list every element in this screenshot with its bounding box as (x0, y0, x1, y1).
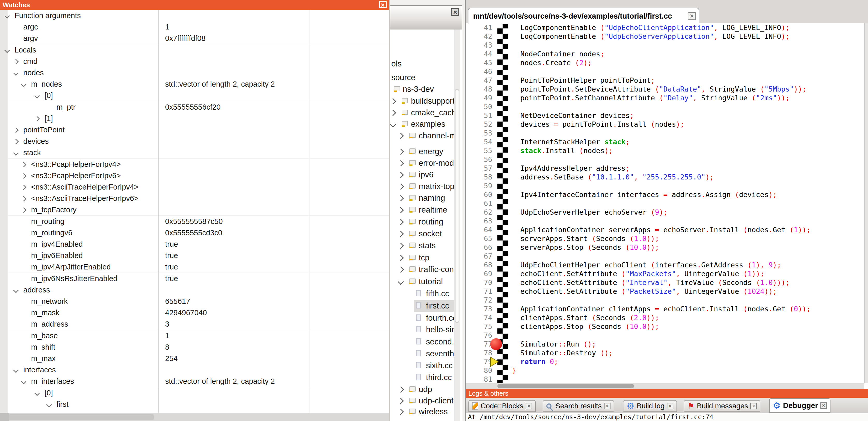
tree-item-third-cc[interactable]: third.cc (390, 372, 455, 383)
expand-icon[interactable] (390, 98, 396, 104)
code-line-50[interactable]: 50 (466, 102, 864, 111)
watch-row-m-interfaces[interactable]: m_interfacesstd::vector of length 2, cap… (0, 376, 389, 387)
watch-row-0[interactable]: [0] (0, 90, 389, 102)
tree-item-wireless[interactable]: wireless (390, 406, 455, 417)
watch-row-argv[interactable]: argv0x7fffffffdf08 (0, 33, 389, 44)
tree-item-cmake-cache[interactable]: cmake_cache (390, 107, 455, 119)
expand-icon[interactable] (398, 266, 404, 272)
tree-item-source[interactable]: source (390, 72, 455, 83)
expand-icon[interactable] (34, 116, 40, 122)
collapse-icon[interactable] (21, 82, 26, 87)
code-line-49[interactable]: 49 pointToPoint.SetChannelAttribute ("De… (466, 94, 864, 102)
watch-row-m-nodes[interactable]: m_nodesstd::vector of length 2, capacity… (0, 78, 389, 90)
close-icon[interactable]: ✕ (526, 403, 532, 409)
tree-item-routing[interactable]: routing (390, 216, 455, 228)
expand-icon[interactable] (398, 219, 404, 225)
tree-item-examples[interactable]: examples (390, 119, 455, 130)
editor-vertical-scrollbar[interactable] (864, 23, 868, 383)
tree-item-ols[interactable]: ols (390, 58, 455, 70)
code-line-51[interactable]: 51 NetDeviceContainer devices; (466, 111, 864, 120)
tree-item-second-cc[interactable]: second.cc (390, 336, 455, 348)
expand-icon[interactable] (21, 207, 26, 213)
code-line-42[interactable]: 42 LogComponentEnable ("UdpEchoServerApp… (466, 32, 864, 41)
code-line-70[interactable]: 70 echoClient.SetAttribute ("Interval", … (466, 278, 864, 287)
code-line-78[interactable]: 78 Simulator::Destroy (); (466, 349, 864, 357)
scrollbar-thumb[interactable] (9, 414, 154, 420)
expand-icon[interactable] (398, 160, 404, 166)
collapse-icon[interactable] (13, 70, 19, 76)
close-icon[interactable]: ✕ (667, 403, 673, 409)
close-icon[interactable]: ✕ (688, 12, 695, 20)
watch-row-m-max[interactable]: m_max254 (0, 353, 389, 365)
watch-row-m-address[interactable]: m_address3 (0, 318, 389, 330)
code-line-75[interactable]: 75 clientApps.Stop (Seconds (10.0)); (466, 322, 864, 331)
tree-item-hello-simul[interactable]: hello-simul (390, 324, 455, 335)
breakpoint-icon[interactable] (490, 338, 502, 350)
watch-row-0[interactable]: [0] (0, 387, 389, 399)
tree-item-energy[interactable]: energy (390, 146, 455, 157)
collapse-icon[interactable] (390, 121, 396, 127)
code-line-73[interactable]: 73 ApplicationContainer clientApps = ech… (466, 304, 864, 314)
tree-item-stats[interactable]: stats (390, 240, 455, 251)
tab-search-results[interactable]: Search results✕ (543, 400, 614, 412)
code-line-54[interactable]: 54 InternetStackHelper stack; (466, 137, 864, 147)
code-line-80[interactable]: 80} (466, 366, 864, 375)
watch-row-ns3-asciitracehelperforipv6[interactable]: <ns3::AsciiTraceHelperForIpv6> (0, 193, 389, 204)
tab-code-blocks[interactable]: Code::Blocks✕ (468, 400, 536, 412)
tree-item-ipv6[interactable]: ipv6 (390, 169, 455, 181)
code-line-74[interactable]: 74 clientApps.Start (Seconds (2.0)); (466, 314, 864, 322)
tree-item-ns-3-dev[interactable]: ns-3-dev (390, 84, 455, 95)
scrollbar-thumb[interactable] (497, 384, 634, 388)
close-icon[interactable]: ✕ (820, 402, 827, 409)
editor-horizontal-scrollbar[interactable] (466, 383, 864, 389)
expand-icon[interactable] (13, 128, 19, 133)
close-icon[interactable]: ✕ (750, 403, 757, 409)
tree-item-udp-client-ser[interactable]: udp-client-ser (390, 395, 455, 407)
expand-icon[interactable] (398, 231, 404, 237)
tree-item-tutorial[interactable]: tutorial (390, 276, 455, 287)
code-line-44[interactable]: 44 NodeContainer nodes; (466, 50, 864, 59)
watch-row-m-ptr[interactable]: m_ptr0x5555555ca660 (0, 410, 389, 413)
watch-row-m-routingv6[interactable]: m_routingv60x5555555cd3c0 (0, 227, 389, 239)
code-line-69[interactable]: 69 echoClient.SetAttribute ("MaxPackets"… (466, 269, 864, 278)
watches-horizontal-scrollbar[interactable] (0, 413, 389, 421)
tab-debugger[interactable]: ⚙Debugger✕ (769, 398, 831, 413)
watch-row-address[interactable]: address (0, 284, 389, 296)
tree-item-buildsupport[interactable]: buildsupport (390, 95, 455, 107)
tree-item-naming[interactable]: naming (390, 192, 455, 204)
expand-icon[interactable] (21, 173, 26, 179)
code-line-56[interactable]: 56 (466, 155, 864, 164)
tree-item-channel-mod[interactable]: channel-mod (390, 130, 455, 141)
watch-row-m-ipv4arpjitterenabled[interactable]: m_ipv4ArpJitterEnabledtrue (0, 261, 389, 273)
expand-icon[interactable] (398, 133, 404, 139)
code-line-63[interactable]: 63 (466, 217, 864, 226)
code-line-71[interactable]: 71 echoClient.SetAttribute ("PacketSize"… (466, 287, 864, 296)
tab-build-log[interactable]: ⚙Build log✕ (623, 400, 677, 412)
code-line-79[interactable]: 79 return 0; (466, 357, 864, 366)
code-line-81[interactable]: 81 (466, 375, 864, 383)
scrollbar-thumb[interactable] (455, 89, 459, 323)
code-line-67[interactable]: 67 (466, 252, 864, 261)
editor-tab-first-cc[interactable]: mnt/dev/tools/source/ns-3-dev/examples/t… (468, 8, 699, 24)
watch-row-m-ptr[interactable]: m_ptr0x55555556cf20 (0, 101, 389, 113)
watch-row-interfaces[interactable]: interfaces (0, 364, 389, 376)
expand-icon[interactable] (398, 242, 404, 249)
code-line-55[interactable]: 55 stack.Install (nodes); (466, 147, 864, 155)
code-line-47[interactable]: 47 PointToPointHelper pointToPoint; (466, 76, 864, 85)
expand-icon[interactable] (390, 110, 396, 116)
expand-icon[interactable] (398, 386, 404, 393)
watch-row-pointtopoint[interactable]: pointToPoint (0, 124, 389, 136)
tree-item-seventh-cc[interactable]: seventh.cc (390, 348, 455, 359)
code-line-72[interactable]: 72 (466, 296, 864, 304)
code-area[interactable]: 41 LogComponentEnable ("UdpEchoClientApp… (466, 23, 864, 383)
code-line-62[interactable]: 62 UdpEchoServerHelper echoServer (9); (466, 208, 864, 217)
watch-row-m-network[interactable]: m_network655617 (0, 296, 389, 307)
tree-item-traffic-contro[interactable]: traffic-contro (390, 264, 455, 275)
watch-row-cmd[interactable]: cmd (0, 56, 389, 67)
tab-build-messages[interactable]: ⚑Build messages✕ (684, 400, 760, 412)
watch-row-argc[interactable]: argc1 (0, 21, 389, 33)
tree-item-fourth-cc[interactable]: fourth.cc (390, 313, 455, 324)
expand-icon[interactable] (398, 183, 404, 190)
expand-icon[interactable] (21, 185, 26, 190)
collapse-icon[interactable] (46, 402, 52, 407)
